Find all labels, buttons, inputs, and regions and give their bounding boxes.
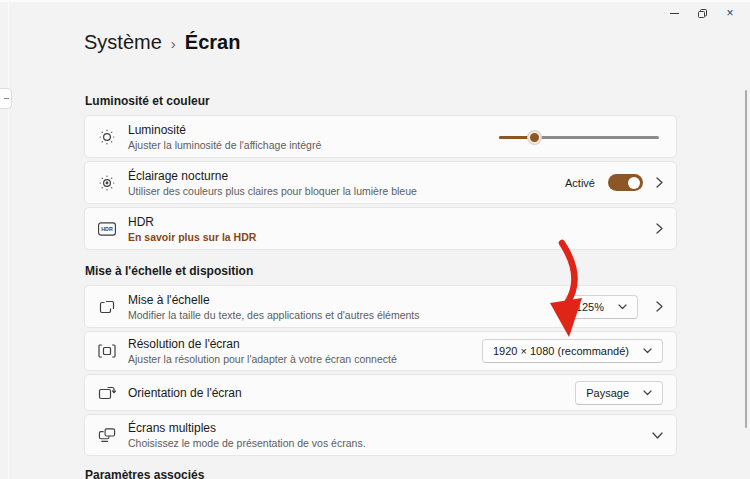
hdr-learn-more-link[interactable]: En savoir plus sur la HDR (128, 231, 256, 243)
scale-squares-icon (98, 298, 116, 316)
row-title: Résolution de l'écran (128, 337, 397, 351)
brightness-slider-thumb[interactable] (528, 131, 541, 144)
breadcrumb-system[interactable]: Système (84, 31, 162, 54)
row-subtitle: Modifier la taille du texte, des applica… (128, 309, 420, 321)
row-title: Orientation de l'écran (128, 386, 242, 400)
stub-glyph (4, 98, 9, 100)
row-resolution[interactable]: Résolution de l'écran Ajuster la résolut… (84, 331, 677, 371)
window-controls: × (660, 0, 744, 26)
breadcrumb: Système › Écran (84, 31, 240, 54)
chevron-down-icon (643, 348, 652, 354)
row-title: HDR (128, 215, 256, 229)
orientation-dropdown[interactable]: Paysage (575, 381, 663, 405)
section-scale-layout: Mise à l'échelle et disposition (85, 264, 677, 278)
row-title: Éclairage nocturne (128, 169, 417, 183)
night-light-sun-icon (98, 174, 116, 192)
multiple-displays-icon (98, 426, 116, 444)
section-brightness-color: Luminosité et couleur (85, 94, 677, 108)
row-hdr[interactable]: HDR HDR En savoir plus sur la HDR (84, 207, 677, 250)
row-subtitle: Ajuster la résolution pour l'adapter à v… (128, 353, 397, 365)
night-light-toggle[interactable] (608, 174, 643, 191)
row-subtitle: Utiliser des couleurs plus claires pour … (128, 185, 417, 197)
row-multiple-displays[interactable]: Écrans multiples Choisissez le mode de p… (84, 414, 677, 456)
row-brightness[interactable]: Luminosité Ajuster la luminosité de l'af… (84, 115, 677, 158)
chevron-down-icon (618, 304, 627, 310)
settings-content: Luminosité et couleur Luminosité Ajuster… (84, 80, 677, 479)
nav-pane-edge (8, 0, 9, 479)
row-title: Écrans multiples (128, 421, 366, 435)
row-orientation[interactable]: Orientation de l'écran Paysage (84, 374, 677, 411)
row-scale[interactable]: Mise à l'échelle Modifier la taille du t… (84, 285, 677, 328)
scrollbar[interactable] (745, 90, 747, 428)
row-subtitle: Choisissez le mode de présentation de vo… (128, 437, 366, 449)
scale-dropdown-value: 125% (576, 301, 604, 313)
row-title: Luminosité (128, 123, 321, 137)
toggle-knob (628, 177, 640, 189)
row-night-light[interactable]: Éclairage nocturne Utiliser des couleurs… (84, 161, 677, 204)
orientation-dropdown-value: Paysage (586, 387, 629, 399)
orientation-rotate-icon (98, 384, 116, 402)
page-title: Écran (185, 31, 241, 54)
chevron-right-icon (656, 301, 663, 312)
restore-button[interactable] (688, 0, 716, 26)
chevron-right-icon (656, 177, 663, 188)
resolution-brackets-icon (98, 342, 116, 360)
minimize-button[interactable] (660, 0, 688, 26)
resolution-dropdown[interactable]: 1920 × 1080 (recommandé) (482, 339, 663, 363)
close-button[interactable]: × (716, 0, 744, 26)
breadcrumb-separator-icon: › (171, 33, 176, 52)
chevron-down-icon (643, 390, 652, 396)
resolution-dropdown-value: 1920 × 1080 (recommandé) (493, 345, 629, 357)
row-title: Mise à l'échelle (128, 293, 420, 307)
section-related-settings: Paramètres associés (85, 468, 677, 479)
nav-back-stub[interactable] (0, 88, 12, 109)
window-top-highlight (0, 0, 750, 2)
scale-dropdown[interactable]: 125% (565, 295, 638, 319)
toggle-status-label: Activé (565, 177, 595, 189)
svg-text:HDR: HDR (101, 226, 113, 232)
chevron-down-icon (652, 432, 663, 439)
brightness-slider[interactable] (499, 130, 659, 144)
row-subtitle: Ajuster la luminosité de l'affichage int… (128, 139, 321, 151)
hdr-badge-icon: HDR (98, 220, 116, 238)
brightness-sun-icon (98, 128, 116, 146)
chevron-right-icon (656, 223, 663, 234)
